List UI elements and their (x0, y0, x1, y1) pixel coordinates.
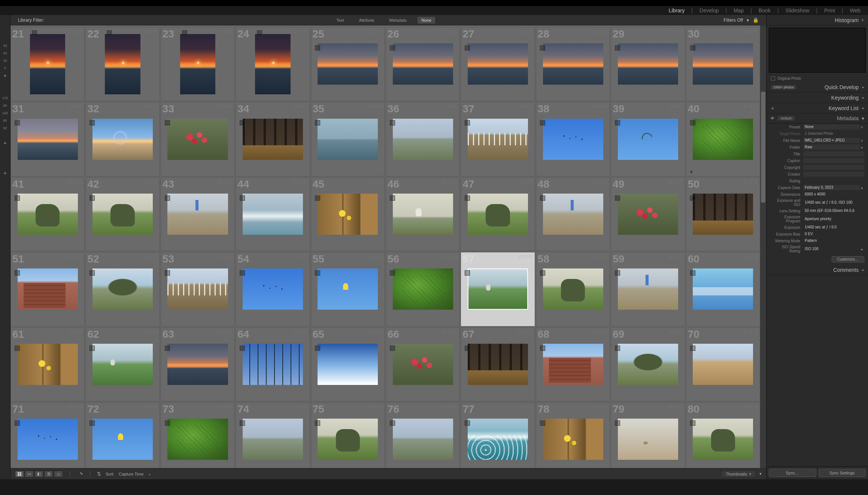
thumbnail[interactable] (18, 268, 78, 310)
grid-cell[interactable]: 59⬚ ⬚ ⬚ (611, 252, 685, 326)
comments-header[interactable]: Comments ◂ (767, 265, 868, 275)
people-view-button[interactable]: ☺ (54, 471, 63, 477)
thumbnail[interactable] (393, 344, 453, 385)
survey-view-button[interactable]: ⊞ (44, 471, 53, 477)
grid-cell[interactable]: 55⬚ ⬚ ⬚ (311, 252, 385, 326)
sync-button[interactable]: Sync… (769, 469, 816, 477)
thumbnail[interactable] (543, 43, 603, 85)
customize-button[interactable]: Customize… (832, 256, 864, 262)
thumbnail[interactable] (243, 268, 303, 310)
module-develop[interactable]: Develop (699, 7, 719, 13)
thumbnail[interactable] (468, 194, 528, 235)
grid-cell[interactable]: 52⬚ ⬚ ⬚ (85, 252, 160, 326)
grid-cell[interactable]: 79⬚ ⬚ ⬚ (611, 402, 685, 468)
thumbnail[interactable] (243, 419, 303, 460)
add-icon[interactable]: + (0, 169, 10, 177)
thumbnail[interactable] (255, 34, 290, 94)
thumbnail[interactable] (393, 268, 453, 310)
grid-cell[interactable]: 44⬚ ⬚ ⬚ (236, 177, 310, 251)
chevron-icon[interactable]: ⌄ (148, 471, 151, 476)
thumbnail[interactable] (543, 194, 603, 235)
thumbnail[interactable] (167, 268, 228, 310)
thumbnail[interactable] (693, 268, 753, 310)
thumbnail[interactable] (105, 34, 140, 94)
grid-cell[interactable]: 27⬚ ⬚ ⬚ (461, 27, 535, 101)
grid-cell[interactable]: 75⬚ ⬚ ⬚ (311, 402, 385, 468)
grid-cell[interactable]: 62⬚ ⬚ ⬚ (85, 327, 160, 401)
grid-cell[interactable]: 74⬚ ⬚ ⬚ (236, 402, 310, 468)
grid-cell[interactable]: 42⬚ ⬚ ⬚ (85, 177, 160, 251)
thumbnail[interactable] (92, 268, 153, 310)
thumbnail[interactable] (543, 344, 603, 385)
thumbnail[interactable] (393, 194, 453, 235)
add-icon[interactable]: + (0, 72, 10, 79)
grid-cell[interactable]: 23⬚ ⬚ ⬚ (161, 27, 235, 101)
metadata-value[interactable]: February 3, 2023 (803, 185, 860, 190)
checkbox-icon[interactable] (771, 76, 775, 81)
grid-cell[interactable]: 36⬚ ⬚ ⬚ (386, 102, 460, 176)
grid-cell[interactable]: 77⬚ ⬚ ⬚ (461, 402, 535, 468)
thumbnail[interactable] (243, 119, 303, 160)
thumbnail[interactable] (92, 119, 153, 160)
grid-cell[interactable]: 41⬚ ⬚ ⬚ (10, 177, 85, 251)
thumbnail[interactable] (618, 43, 678, 85)
thumbnail[interactable] (18, 119, 78, 160)
vertical-scrollbar[interactable] (760, 25, 766, 468)
metadata-value[interactable]: Raw (803, 145, 860, 150)
thumbnail[interactable] (167, 344, 228, 385)
grid-cell[interactable]: 56⬚ ⬚ ⬚ (386, 252, 460, 326)
grid-cell[interactable]: 68⬚ ⬚ ⬚ (536, 327, 610, 401)
grid-cell[interactable]: 24⬚ ⬚ ⬚ (236, 27, 310, 101)
filter-tab-text[interactable]: Text (333, 17, 347, 24)
add-icon[interactable]: + (0, 139, 10, 147)
thumbnail[interactable] (18, 419, 78, 460)
sort-value[interactable]: Capture Time (119, 472, 143, 476)
compare-view-button[interactable]: ◧ (34, 471, 43, 477)
thumbnail-size-select[interactable]: Thumbnails ▾ (722, 471, 755, 477)
grid-cell[interactable]: 47⬚ ⬚ ⬚ (461, 177, 535, 251)
thumbnail[interactable] (167, 194, 228, 235)
grid-cell[interactable]: 40⬚ ⬚ ⬚★ (686, 102, 760, 176)
grid-cell[interactable]: 64⬚ ⬚ ⬚ (236, 327, 310, 401)
thumbnail[interactable] (18, 344, 78, 385)
grid-cell[interactable]: 30⬚ ⬚ ⬚ (686, 27, 760, 101)
menu-icon[interactable]: ≡ (860, 125, 864, 129)
thumbnail[interactable] (693, 419, 753, 460)
module-slideshow[interactable]: Slideshow (786, 7, 810, 13)
grid-cell[interactable]: 69⬚ ⬚ ⬚ (611, 327, 685, 401)
filter-tab-attribute[interactable]: Attribute (355, 17, 378, 24)
keyword-list-header[interactable]: + Keyword List ◂ (767, 103, 868, 113)
thumbnail[interactable] (693, 43, 753, 85)
action-icon[interactable]: ≡ (860, 139, 864, 143)
grid-cell[interactable]: 43⬚ ⬚ ⬚ (161, 177, 235, 251)
filters-off-label[interactable]: Filters Off (723, 18, 743, 23)
histogram-header[interactable]: Histogram ▾ (767, 15, 868, 25)
thumbnail[interactable] (543, 419, 603, 460)
grid-cell[interactable]: 66⬚ ⬚ ⬚ (386, 327, 460, 401)
grid-cell[interactable]: 71⬚ ⬚ ⬚ (10, 402, 85, 468)
plus-icon[interactable]: + (771, 105, 774, 111)
metadata-value[interactable] (803, 171, 864, 177)
action-icon[interactable]: ▸ (860, 247, 864, 251)
grid-cell[interactable]: 37⬚ ⬚ ⬚ (461, 102, 535, 176)
filter-tab-metadata[interactable]: Metadata (386, 17, 410, 24)
metadata-value[interactable] (803, 165, 864, 170)
thumbnail[interactable] (543, 119, 603, 160)
grid-cell[interactable]: 49⬚ ⬚ ⬚ (611, 177, 685, 251)
thumbnail[interactable] (18, 194, 78, 235)
grid-cell[interactable]: 34⬚ ⬚ ⬚ (236, 102, 310, 176)
thumbnail[interactable] (618, 194, 678, 235)
thumbnail[interactable] (618, 268, 678, 310)
grid-cell[interactable]: 21⬚ ⬚ ⬚ (10, 27, 85, 101)
thumbnail[interactable] (243, 194, 303, 235)
thumbnail[interactable] (318, 119, 378, 160)
thumbnail[interactable] (92, 194, 153, 235)
thumbnail[interactable] (618, 344, 678, 385)
module-web[interactable]: Web (850, 7, 861, 13)
thumbnail[interactable] (318, 344, 378, 385)
module-book[interactable]: Book (759, 7, 771, 13)
grid-cell[interactable]: 78⬚ ⬚ ⬚ (536, 402, 610, 468)
keywording-header[interactable]: Keywording ◂ (767, 92, 868, 103)
grid-cell[interactable]: 39⬚ ⬚ ⬚ (611, 102, 685, 176)
eye-icon[interactable]: 👁 (770, 116, 775, 121)
